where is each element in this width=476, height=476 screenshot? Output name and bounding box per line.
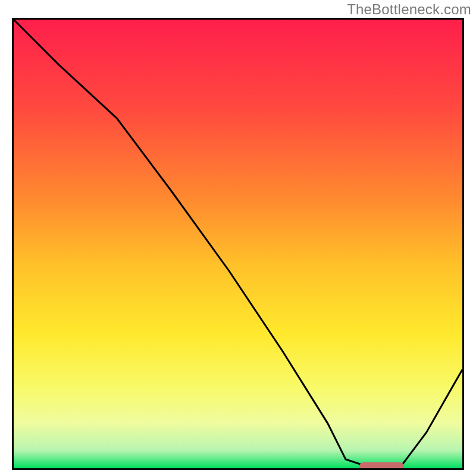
plot-area	[12, 18, 464, 470]
bottleneck-curve	[14, 20, 462, 468]
watermark-text: TheBottleneck.com	[347, 1, 471, 18]
chart-container: TheBottleneck.com	[0, 0, 476, 476]
optimal-range-marker	[359, 462, 404, 470]
